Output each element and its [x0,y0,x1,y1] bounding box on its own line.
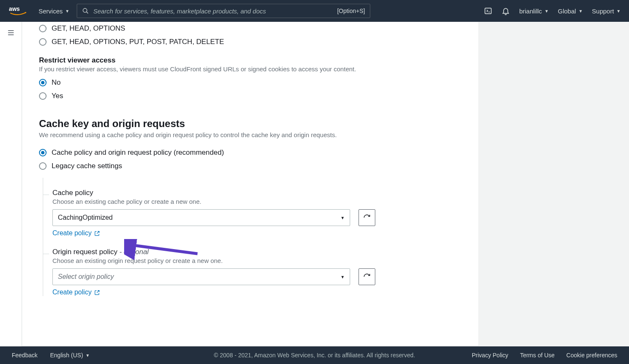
cache-subsection: Cache policy Choose an existing cache po… [43,178,462,296]
footer: Feedback English (US) ▼ © 2008 - 2021, A… [0,346,629,364]
cache-section-help: We recommend using a cache policy and or… [39,131,462,138]
external-link-icon [94,230,100,237]
origin-policy-label: Origin request policy - optional [52,248,462,256]
search-shortcut: [Option+S] [337,8,365,14]
caret-down-icon: ▼ [340,216,345,220]
region-label: Global [558,8,576,15]
cache-policy-label: Cache policy [52,189,462,197]
origin-policy-help: Choose an existing origin request policy… [52,257,462,264]
refresh-icon [363,273,371,281]
aws-logo[interactable]: aws [8,6,31,16]
radio-icon [39,25,47,32]
svg-text:aws: aws [9,6,20,12]
hamburger-icon [7,29,15,37]
support-label: Support [592,8,614,15]
radio-icon [39,149,47,156]
terms-link[interactable]: Terms of Use [520,352,554,359]
radio-label: Yes [52,92,63,100]
radio-icon [39,79,47,86]
radio-icon [39,162,47,170]
cache-option-legacy[interactable]: Legacy cache settings [39,159,462,173]
form-panel: GET, HEAD, OPTIONS GET, HEAD, OPTIONS, P… [22,22,479,346]
radio-label: Legacy cache settings [52,162,122,170]
cookie-link[interactable]: Cookie preferences [567,352,617,359]
cache-option-recommended[interactable]: Cache policy and origin request policy (… [39,146,462,159]
cache-policy-help: Choose an existing cache policy or creat… [52,198,462,205]
http-methods-option-all[interactable]: GET, HEAD, OPTIONS, PUT, POST, PATCH, DE… [39,35,462,49]
cache-policy-refresh[interactable] [359,209,375,226]
search-icon [82,8,89,14]
region-menu[interactable]: Global ▼ [558,8,582,15]
radio-icon [39,38,47,46]
privacy-link[interactable]: Privacy Policy [472,352,508,359]
support-menu[interactable]: Support ▼ [592,8,621,15]
http-methods-option-gho[interactable]: GET, HEAD, OPTIONS [39,22,462,35]
origin-create-policy-link[interactable]: Create policy [52,289,462,296]
caret-down-icon: ▼ [340,275,345,279]
cache-section-title: Cache key and origin requests [39,118,462,130]
radio-label: No [52,78,61,87]
language-select[interactable]: English (US) ▼ [50,352,90,359]
content-scroll: GET, HEAD, OPTIONS GET, HEAD, OPTIONS, P… [22,22,629,346]
origin-policy-refresh[interactable] [359,268,375,285]
account-menu[interactable]: brianlillc ▼ [519,8,548,15]
search-input[interactable] [93,8,333,15]
restrict-viewer-help: If you restrict viewer access, viewers m… [39,65,462,73]
svg-point-1 [83,8,87,12]
restrict-viewer-title: Restrict viewer access [39,56,462,65]
origin-policy-optional: - optional [117,248,149,256]
cache-policy-value: CachingOptimized [58,214,113,221]
link-text: Create policy [52,229,91,237]
language-label: English (US) [50,352,83,359]
username: brianlillc [519,8,542,15]
origin-policy-label-text: Origin request policy [52,248,117,256]
aws-header: aws Services ▼ [Option+S] brianlillc ▼ G… [0,0,629,22]
external-link-icon [94,289,100,296]
svg-line-2 [86,12,88,13]
origin-policy-field: Origin request policy - optional Choose … [52,237,462,296]
cache-create-policy-link[interactable]: Create policy [52,229,462,237]
services-label: Services [39,8,63,15]
caret-down-icon: ▼ [616,9,621,13]
sidebar-toggle[interactable] [0,22,22,346]
cache-policy-select[interactable]: CachingOptimized ▼ [52,209,350,226]
feedback-link[interactable]: Feedback [12,352,37,359]
cache-policy-field: Cache policy Choose an existing cache po… [52,178,462,237]
radio-icon [39,92,47,100]
refresh-icon [363,214,371,221]
caret-down-icon: ▼ [86,353,90,358]
origin-policy-placeholder: Select origin policy [58,273,114,281]
origin-policy-select[interactable]: Select origin policy ▼ [52,268,350,285]
notifications-icon[interactable] [502,7,510,15]
main-area: GET, HEAD, OPTIONS GET, HEAD, OPTIONS, P… [0,22,629,346]
radio-label: GET, HEAD, OPTIONS, PUT, POST, PATCH, DE… [52,38,224,46]
restrict-option-no[interactable]: No [39,76,462,89]
radio-label: GET, HEAD, OPTIONS [52,24,125,33]
copyright-text: © 2008 - 2021, Amazon Web Services, Inc.… [214,352,415,359]
cloudshell-icon[interactable] [484,7,492,15]
caret-down-icon: ▼ [544,9,548,13]
services-menu[interactable]: Services ▼ [39,8,69,15]
caret-down-icon: ▼ [65,9,70,13]
restrict-option-yes[interactable]: Yes [39,89,462,103]
radio-label: Cache policy and origin request policy (… [52,148,224,157]
link-text: Create policy [52,289,91,296]
search-box[interactable]: [Option+S] [77,4,370,18]
caret-down-icon: ▼ [579,9,583,13]
